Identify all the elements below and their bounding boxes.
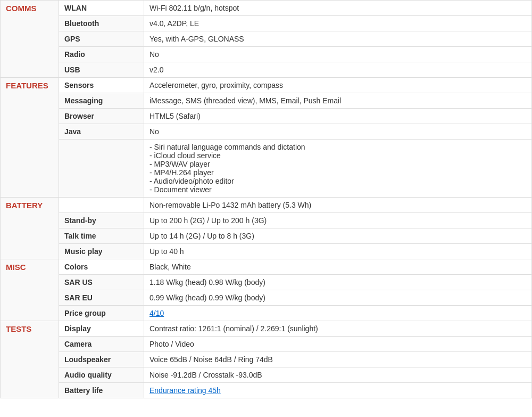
value-cell: Contrast ratio: 1261:1 (nominal) / 2.269… — [144, 321, 532, 337]
value-cell: No — [144, 47, 532, 62]
specs-table: COMMSWLANWi-Fi 802.11 b/g/n, hotspotBlue… — [0, 0, 532, 398]
value-cell: iMessage, SMS (threaded view), MMS, Emai… — [144, 93, 532, 109]
value-cell: Yes, with A-GPS, GLONASS — [144, 31, 532, 47]
value-cell: Voice 65dB / Noise 64dB / Ring 74dB — [144, 352, 532, 367]
label-cell: SAR EU — [59, 290, 144, 306]
label-cell: Display — [59, 321, 144, 337]
label-cell: Sensors — [59, 78, 144, 93]
label-cell — [59, 140, 144, 198]
table-row: BATTERYNon-removable Li-Po 1432 mAh batt… — [1, 198, 532, 213]
value-cell: Up to 14 h (2G) / Up to 8 h (3G) — [144, 228, 532, 244]
label-cell: Stand-by — [59, 213, 144, 228]
label-cell: WLAN — [59, 1, 144, 16]
label-cell: SAR US — [59, 275, 144, 290]
label-cell: Loudspeaker — [59, 352, 144, 367]
table-row: COMMSWLANWi-Fi 802.11 b/g/n, hotspot — [1, 1, 532, 16]
value-cell: 1.18 W/kg (head) 0.98 W/kg (body) — [144, 275, 532, 290]
category-cell: MISC — [1, 259, 59, 321]
value-cell: Up to 200 h (2G) / Up to 200 h (3G) — [144, 213, 532, 228]
label-cell: Bluetooth — [59, 16, 144, 31]
table-row: JavaNo — [1, 124, 532, 140]
category-cell: TESTS — [1, 321, 59, 398]
value-cell[interactable]: Endurance rating 45h — [144, 383, 532, 398]
table-row: - Siri natural language commands and dic… — [1, 140, 532, 198]
table-row: Audio qualityNoise -91.2dB / Crosstalk -… — [1, 367, 532, 383]
table-row: Music playUp to 40 h — [1, 244, 532, 259]
label-cell: Battery life — [59, 383, 144, 398]
value-cell: 0.99 W/kg (head) 0.99 W/kg (body) — [144, 290, 532, 306]
value-cell: Black, White — [144, 259, 532, 275]
table-row: Price group4/10 — [1, 306, 532, 321]
value-cell: Noise -91.2dB / Crosstalk -93.0dB — [144, 367, 532, 383]
label-cell: Java — [59, 124, 144, 140]
table-row: BrowserHTML5 (Safari) — [1, 109, 532, 124]
value-link[interactable]: 4/10 — [149, 309, 164, 317]
table-row: SAR US1.18 W/kg (head) 0.98 W/kg (body) — [1, 275, 532, 290]
table-row: TESTSDisplayContrast ratio: 1261:1 (nomi… — [1, 321, 532, 337]
table-row: GPSYes, with A-GPS, GLONASS — [1, 31, 532, 47]
label-cell: Audio quality — [59, 367, 144, 383]
value-cell: Wi-Fi 802.11 b/g/n, hotspot — [144, 1, 532, 16]
table-row: MessagingiMessage, SMS (threaded view), … — [1, 93, 532, 109]
table-row: USBv2.0 — [1, 62, 532, 78]
table-row: Bluetoothv4.0, A2DP, LE — [1, 16, 532, 31]
table-row: Talk timeUp to 14 h (2G) / Up to 8 h (3G… — [1, 228, 532, 244]
label-cell: Browser — [59, 109, 144, 124]
value-cell: HTML5 (Safari) — [144, 109, 532, 124]
label-cell: GPS — [59, 31, 144, 47]
table-row: SAR EU0.99 W/kg (head) 0.99 W/kg (body) — [1, 290, 532, 306]
value-link[interactable]: Endurance rating 45h — [149, 386, 221, 395]
label-cell — [59, 198, 144, 213]
table-row: Battery lifeEndurance rating 45h — [1, 383, 532, 398]
value-cell[interactable]: 4/10 — [144, 306, 532, 321]
label-cell: Music play — [59, 244, 144, 259]
label-cell: Radio — [59, 47, 144, 62]
category-cell: FEATURES — [1, 78, 59, 198]
label-cell: Colors — [59, 259, 144, 275]
label-cell: Price group — [59, 306, 144, 321]
value-cell: v4.0, A2DP, LE — [144, 16, 532, 31]
value-cell: - Siri natural language commands and dic… — [144, 140, 532, 198]
value-cell: Up to 40 h — [144, 244, 532, 259]
table-row: RadioNo — [1, 47, 532, 62]
value-cell: v2.0 — [144, 62, 532, 78]
value-cell: Photo / Video — [144, 337, 532, 352]
value-cell: Non-removable Li-Po 1432 mAh battery (5.… — [144, 198, 532, 213]
table-row: Stand-byUp to 200 h (2G) / Up to 200 h (… — [1, 213, 532, 228]
category-cell: BATTERY — [1, 198, 59, 259]
table-row: FEATURESSensorsAccelerometer, gyro, prox… — [1, 78, 532, 93]
label-cell: USB — [59, 62, 144, 78]
table-row: CameraPhoto / Video — [1, 337, 532, 352]
label-cell: Camera — [59, 337, 144, 352]
value-cell: No — [144, 124, 532, 140]
category-cell: COMMS — [1, 1, 59, 78]
label-cell: Talk time — [59, 228, 144, 244]
table-row: LoudspeakerVoice 65dB / Noise 64dB / Rin… — [1, 352, 532, 367]
value-cell: Accelerometer, gyro, proximity, compass — [144, 78, 532, 93]
label-cell: Messaging — [59, 93, 144, 109]
table-row: MISCColorsBlack, White — [1, 259, 532, 275]
